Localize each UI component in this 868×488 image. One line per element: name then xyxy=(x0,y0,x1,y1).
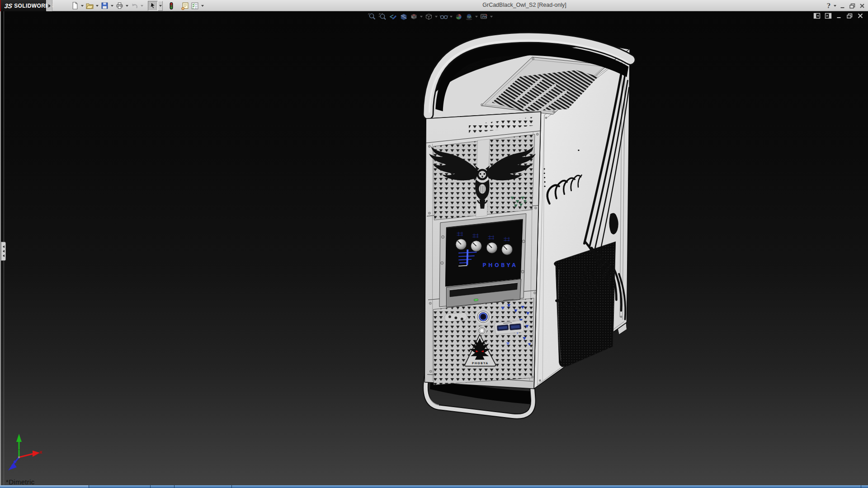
chevron-down-icon xyxy=(141,5,143,7)
document-minimize-button[interactable] xyxy=(836,13,842,19)
orientation-label: *Dimetric xyxy=(6,478,35,486)
undo-button[interactable] xyxy=(129,1,139,11)
solidworks-window: 3S SOLIDWORKS xyxy=(0,0,868,488)
case-front-panel: PHOBYA xyxy=(425,112,544,389)
chevron-down-icon xyxy=(201,5,204,7)
open-dropdown[interactable] xyxy=(94,1,99,11)
file-properties-button[interactable] xyxy=(180,1,190,11)
chevron-right-icon xyxy=(48,4,51,8)
undo-icon xyxy=(131,2,138,9)
triad-y-axis xyxy=(16,434,22,457)
toggle-left-pane-button[interactable] xyxy=(813,13,821,19)
print-button[interactable] xyxy=(114,1,124,11)
open-icon xyxy=(86,2,94,9)
reset-button[interactable] xyxy=(477,326,486,335)
chevron-left-icon xyxy=(3,245,5,248)
save-dropdown[interactable] xyxy=(109,1,114,11)
main-toolbar xyxy=(60,0,205,11)
menu-expander-button[interactable] xyxy=(47,0,52,11)
zoom-to-area-icon xyxy=(378,13,387,21)
previous-view-icon xyxy=(389,13,397,21)
select-dropdown[interactable] xyxy=(158,1,163,11)
undo-dropdown[interactable] xyxy=(139,1,144,11)
chevron-left-icon xyxy=(3,250,5,253)
drive-led xyxy=(474,299,478,301)
chevron-down-icon xyxy=(490,16,493,18)
select-cursor-icon xyxy=(149,2,157,9)
chevron-down-icon xyxy=(420,16,423,18)
graphics-area[interactable]: PHOBYA xyxy=(0,11,868,485)
triad-origin xyxy=(18,456,20,458)
chevron-down-icon xyxy=(81,5,84,7)
open-button[interactable] xyxy=(85,1,94,11)
options-icon xyxy=(191,2,199,10)
zoom-to-area-button[interactable] xyxy=(377,12,388,21)
window-controls: ? xyxy=(827,0,865,11)
file-properties-icon xyxy=(181,2,189,10)
solidworks-logo: 3S SOLIDWORKS xyxy=(0,0,46,11)
chevron-down-icon xyxy=(159,5,162,7)
triad-x-axis xyxy=(19,450,42,457)
document-restore-button[interactable] xyxy=(846,13,853,19)
chevron-down-icon xyxy=(126,5,128,7)
badge-brand-text: PHOBYA xyxy=(472,361,489,365)
options-button[interactable] xyxy=(190,1,200,11)
save-icon xyxy=(101,2,108,9)
triad-z-axis xyxy=(8,457,19,470)
help-dropdown[interactable] xyxy=(834,5,836,7)
chevron-down-icon xyxy=(96,5,99,7)
previous-view-button[interactable] xyxy=(388,12,398,21)
usb-ports[interactable] xyxy=(495,320,524,334)
chevron-down-icon xyxy=(435,16,438,18)
new-document-dropdown[interactable] xyxy=(80,1,85,11)
new-document-icon xyxy=(71,2,79,9)
document-title: GrCadBlack_Owl_S2 [Read-only] xyxy=(482,2,566,8)
minimize-button[interactable] xyxy=(840,3,846,9)
document-close-button[interactable] xyxy=(857,13,863,19)
help-button[interactable]: ? xyxy=(827,2,830,9)
save-button[interactable] xyxy=(99,1,109,11)
power-button[interactable] xyxy=(475,309,491,325)
rebuild-traffic-light-icon xyxy=(168,2,175,10)
windows-taskbar-sliver[interactable] xyxy=(0,485,868,488)
drive-bay: PHOBYA xyxy=(439,214,526,307)
fan-controller: PHOBYA xyxy=(441,219,525,286)
taskbar-active-segment[interactable] xyxy=(0,485,89,488)
model-pc-tower-case[interactable]: PHOBYA xyxy=(398,18,651,445)
panel-splitter-handle[interactable] xyxy=(1,242,6,261)
chevron-down-icon xyxy=(450,16,453,18)
title-bar[interactable]: 3S SOLIDWORKS xyxy=(0,0,868,11)
chevron-down-icon xyxy=(475,16,478,18)
reference-triad xyxy=(4,432,49,474)
zoom-to-fit-icon xyxy=(368,13,377,21)
toggle-right-pane-button[interactable] xyxy=(825,13,832,19)
front-lower-mesh-panel: PHOBYA xyxy=(434,298,534,385)
close-button[interactable] xyxy=(859,3,865,9)
restore-button[interactable] xyxy=(849,3,856,9)
solidworks-logo-mark: 3S xyxy=(4,2,13,9)
front-upper-mesh-panel xyxy=(429,134,536,220)
phobya-brand-text: PHOBYA xyxy=(482,262,518,268)
document-window-controls xyxy=(813,13,863,19)
print-dropdown[interactable] xyxy=(124,1,129,11)
new-document-button[interactable] xyxy=(70,1,80,11)
options-dropdown[interactable] xyxy=(200,1,205,11)
chevron-down-icon xyxy=(111,5,113,7)
zoom-to-fit-button[interactable] xyxy=(367,12,377,21)
select-button[interactable] xyxy=(148,1,158,11)
print-icon xyxy=(116,2,123,9)
rebuild-button[interactable] xyxy=(166,1,176,11)
chevron-left-icon xyxy=(3,254,5,257)
